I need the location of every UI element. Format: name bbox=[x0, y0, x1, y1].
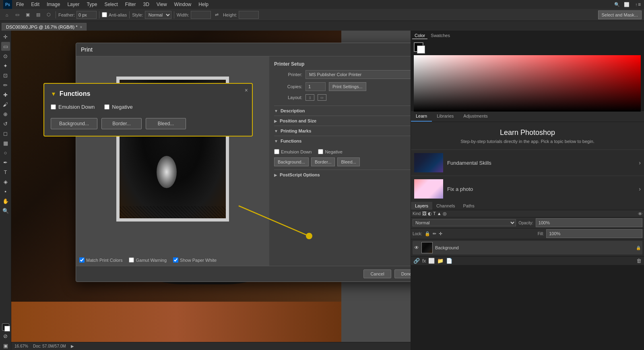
menu-window[interactable]: Window bbox=[171, 1, 195, 8]
layout-landscape[interactable]: ▭ bbox=[318, 94, 326, 101]
lock-position-icon[interactable]: ✛ bbox=[439, 231, 442, 236]
menu-view[interactable]: View bbox=[153, 1, 170, 8]
more-info-arrow[interactable]: ▶ bbox=[71, 344, 74, 348]
opacity-input[interactable] bbox=[536, 218, 642, 227]
width-input[interactable] bbox=[191, 11, 211, 19]
background-swatch[interactable] bbox=[417, 46, 425, 54]
position-size-section[interactable]: ▶ Position and Size bbox=[274, 116, 411, 126]
negative-inline-checkbox[interactable] bbox=[318, 149, 323, 154]
tool-clone[interactable]: ⊕ bbox=[1, 110, 10, 118]
layers-tab[interactable]: Layers bbox=[411, 202, 432, 210]
background-inline-button[interactable]: Background... bbox=[274, 157, 309, 166]
copies-input[interactable] bbox=[305, 82, 326, 91]
tab-close-button[interactable]: × bbox=[80, 25, 82, 29]
screen-mode[interactable]: ▣ bbox=[1, 341, 10, 350]
filter-shape-icon[interactable]: ▲ bbox=[437, 211, 442, 216]
select2-icon[interactable]: ▣ bbox=[23, 10, 32, 19]
popup-collapse-icon[interactable]: ▼ bbox=[51, 91, 56, 97]
tool-brush[interactable]: 🖌 bbox=[1, 100, 10, 109]
new-layer-icon[interactable]: 📄 bbox=[446, 258, 452, 264]
tool-type[interactable]: T bbox=[1, 168, 10, 176]
foreground-swatch[interactable] bbox=[414, 42, 423, 52]
link-layers-icon[interactable]: 🔗 bbox=[413, 258, 420, 264]
menu-help[interactable]: Help bbox=[195, 1, 212, 8]
show-paper-white-checkbox[interactable] bbox=[173, 257, 178, 263]
menu-type[interactable]: Type bbox=[83, 1, 100, 8]
background-popup-button[interactable]: Background... bbox=[51, 118, 97, 129]
select4-icon[interactable]: ⬡ bbox=[44, 10, 53, 19]
filter-pixel-icon[interactable]: 🖼 bbox=[422, 211, 427, 216]
menu-file[interactable]: File bbox=[13, 1, 27, 8]
select-rect-icon[interactable]: ▭ bbox=[13, 10, 22, 19]
tool-history[interactable]: ↺ bbox=[1, 119, 10, 128]
tool-marquee[interactable]: ▭ bbox=[1, 42, 10, 51]
tool-hand[interactable]: ✋ bbox=[1, 197, 10, 205]
expand-icon[interactable]: ⬜ bbox=[622, 0, 631, 9]
tool-eraser[interactable]: ◻ bbox=[1, 129, 10, 138]
bleed-inline-button[interactable]: Bleed... bbox=[337, 157, 359, 166]
description-section[interactable]: ▼ Description bbox=[274, 106, 411, 116]
move-tool-icon[interactable]: ⌂ bbox=[2, 10, 11, 19]
channels-tab[interactable]: Channels bbox=[432, 202, 459, 210]
panel-menu-icon[interactable]: ≡ bbox=[638, 2, 641, 7]
fix-photo-card[interactable]: Fix a photo › bbox=[411, 176, 644, 202]
swatches-tab[interactable]: Swatches bbox=[428, 32, 452, 39]
tool-dodge[interactable]: ○ bbox=[1, 148, 10, 157]
cancel-button[interactable]: Cancel bbox=[363, 269, 391, 278]
done-button[interactable]: Done bbox=[394, 269, 411, 278]
feather-input[interactable] bbox=[76, 11, 97, 19]
style-select[interactable]: Normal bbox=[145, 11, 171, 19]
layer-visibility[interactable]: 👁 bbox=[414, 245, 419, 251]
delete-layer-icon[interactable]: 🗑 bbox=[636, 258, 642, 264]
bleed-popup-button[interactable]: Bleed... bbox=[146, 118, 186, 129]
search-icon[interactable]: 🔍 bbox=[613, 0, 621, 9]
menu-select[interactable]: Select bbox=[101, 1, 121, 8]
link-icon[interactable]: ⇌ bbox=[213, 10, 221, 19]
anti-alias-checkbox[interactable] bbox=[102, 12, 107, 17]
quick-mask[interactable]: ⊘ bbox=[1, 331, 10, 340]
menu-3d[interactable]: 3D bbox=[140, 1, 152, 8]
tool-gradient[interactable]: ▦ bbox=[1, 139, 10, 147]
printing-marks-section[interactable]: ▼ Printing Marks bbox=[274, 126, 411, 136]
libraries-tab[interactable]: Libraries bbox=[432, 111, 458, 122]
learn-tab[interactable]: Learn bbox=[411, 111, 432, 122]
select-mask-button[interactable]: Select and Mask... bbox=[598, 10, 642, 19]
gamut-warning-checkbox[interactable] bbox=[129, 257, 134, 263]
adjustments-tab[interactable]: Adjustments bbox=[458, 111, 493, 122]
document-tab[interactable]: DSC00360.JPG @ 16.7% (RGB/8) * × bbox=[2, 23, 87, 31]
tool-pen[interactable]: ✒ bbox=[1, 158, 10, 167]
tool-lasso[interactable]: ⊙ bbox=[1, 52, 10, 60]
layout-portrait[interactable]: ▯ bbox=[305, 94, 314, 101]
filter-smart-icon[interactable]: ◎ bbox=[443, 211, 447, 216]
functions-section-header[interactable]: ▼ Functions bbox=[274, 136, 411, 146]
tool-eyedropper[interactable]: ✏ bbox=[1, 81, 10, 89]
border-inline-button[interactable]: Border... bbox=[311, 157, 335, 166]
fill-input[interactable] bbox=[546, 229, 642, 238]
color-gradient[interactable] bbox=[414, 55, 641, 112]
tool-heal[interactable]: ✚ bbox=[1, 90, 10, 99]
paths-tab[interactable]: Paths bbox=[459, 202, 479, 210]
match-colors-checkbox[interactable] bbox=[79, 257, 85, 263]
tool-magic-wand[interactable]: ✦ bbox=[1, 61, 10, 70]
tool-move[interactable]: ✛ bbox=[1, 32, 10, 41]
tool-shape[interactable]: ▪ bbox=[1, 187, 10, 196]
select3-icon[interactable]: ▤ bbox=[34, 10, 43, 19]
menu-edit[interactable]: Edit bbox=[28, 1, 43, 8]
filter-adjust-icon[interactable]: ◐ bbox=[428, 211, 432, 216]
layer-visibility-icon[interactable]: 👁 bbox=[638, 211, 642, 216]
menu-filter[interactable]: Filter bbox=[122, 1, 139, 8]
color-tab[interactable]: Color bbox=[412, 32, 427, 39]
printer-select[interactable]: MS Publisher Color Printer bbox=[305, 70, 411, 79]
fundamental-skills-card[interactable]: Fundamental Skills › bbox=[411, 149, 644, 176]
add-mask-icon[interactable]: ⬜ bbox=[428, 258, 435, 264]
postscript-section[interactable]: ▶ PostScript Options bbox=[274, 170, 411, 180]
foreground-color[interactable] bbox=[2, 323, 9, 331]
tool-zoom[interactable]: 🔍 bbox=[1, 206, 10, 215]
height-input[interactable] bbox=[239, 11, 259, 19]
menu-image[interactable]: Image bbox=[43, 1, 63, 8]
new-group-icon[interactable]: 📁 bbox=[437, 258, 444, 264]
filter-type-icon[interactable]: T bbox=[433, 211, 436, 216]
blend-mode-select[interactable]: Normal bbox=[413, 219, 516, 226]
tool-crop[interactable]: ⊡ bbox=[1, 71, 10, 80]
negative-popup-checkbox[interactable] bbox=[104, 104, 109, 110]
